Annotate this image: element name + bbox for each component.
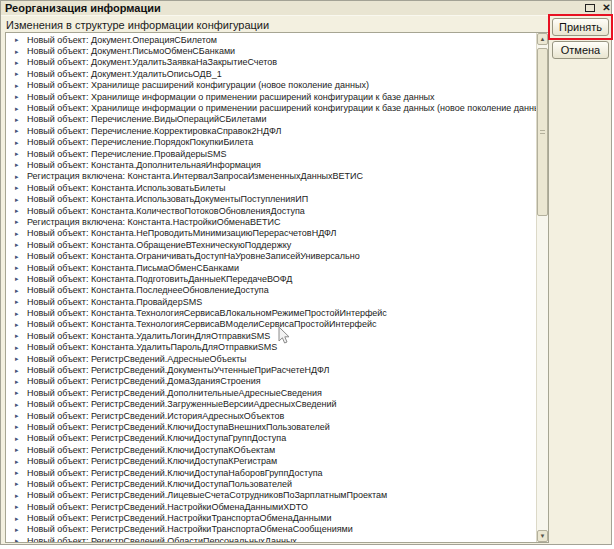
expand-arrow-icon[interactable]: ▸	[15, 218, 24, 225]
expand-arrow-icon[interactable]: ▸	[15, 116, 24, 123]
expand-arrow-icon[interactable]: ▸	[15, 503, 24, 510]
list-item[interactable]: ▸Новый объект: Константа.ПровайдерSMS	[6, 296, 536, 307]
list-item[interactable]: ▸Новый объект: РегистрСведений.КлючиДост…	[6, 467, 536, 478]
expand-arrow-icon[interactable]: ▸	[15, 321, 24, 328]
scroll-down-icon[interactable]: ▼	[537, 530, 548, 542]
expand-arrow-icon[interactable]: ▸	[15, 59, 24, 66]
list-item[interactable]: ▸Новый объект: Перечисление.ПорядокПокуп…	[6, 137, 536, 148]
expand-arrow-icon[interactable]: ▸	[15, 275, 24, 282]
list-item[interactable]: ▸Новый объект: РегистрСведений.АдресныеО…	[6, 353, 536, 364]
list-item[interactable]: ▸Новый объект: Константа.КоличествоПоток…	[6, 205, 536, 216]
list-item[interactable]: ▸Новый объект: Перечисление.ПровайдерыSM…	[6, 148, 536, 159]
list-item[interactable]: ▸Новый объект: Константа.ПисьмаОбменСБан…	[6, 262, 536, 273]
expand-arrow-icon[interactable]: ▸	[15, 515, 24, 522]
list-item[interactable]: ▸Новый объект: РегистрСведений.КлючиДост…	[6, 421, 536, 432]
list-item[interactable]: ▸Новый объект: РегистрСведений.ДомаЗдани…	[6, 376, 536, 387]
list-item[interactable]: ▸Новый объект: РегистрСведений.Документы…	[6, 364, 536, 375]
list-item[interactable]: ▸Новый объект: РегистрСведений.КлючиДост…	[6, 433, 536, 444]
list-item[interactable]: ▸Новый объект: Документ.УдалитьОписьОДВ_…	[6, 68, 536, 79]
expand-arrow-icon[interactable]: ▸	[15, 469, 24, 476]
expand-arrow-icon[interactable]: ▸	[15, 412, 24, 419]
list-item[interactable]: ▸Новый объект: Константа.ДополнительнаяИ…	[6, 159, 536, 170]
expand-arrow-icon[interactable]: ▸	[15, 378, 24, 385]
list-item[interactable]: ▸Новый объект: РегистрСведений.Настройки…	[6, 524, 536, 535]
expand-arrow-icon[interactable]: ▸	[15, 70, 24, 77]
list-item[interactable]: ▸Новый объект: РегистрСведений.ИсторияАд…	[6, 410, 536, 421]
title-bar[interactable]: Реорганизация информации	[1, 1, 611, 16]
list-item[interactable]: ▸Новый объект: Документ.УдалитьЗаявкаНаЗ…	[6, 57, 536, 68]
accept-button[interactable]: Принять	[552, 18, 609, 36]
list-item[interactable]: ▸Новый объект: РегистрСведений.ОбластиПе…	[6, 535, 536, 542]
expand-arrow-icon[interactable]: ▸	[15, 48, 24, 55]
list-item[interactable]: ▸Новый объект: Константа.ИспользоватьБил…	[6, 182, 536, 193]
expand-arrow-icon[interactable]: ▸	[15, 435, 24, 442]
list-item[interactable]: ▸Новый объект: РегистрСведений.КлючиДост…	[6, 444, 536, 455]
list-item[interactable]: ▸Новый объект: Перечисление.ВидыОпераций…	[6, 114, 536, 125]
expand-arrow-icon[interactable]: ▸	[15, 173, 24, 180]
list-item[interactable]: ▸Новый объект: РегистрСведений.КлючиДост…	[6, 478, 536, 489]
list-item[interactable]: ▸Новый объект: Перечисление.Корректировк…	[6, 125, 536, 136]
scroll-up-icon[interactable]: ▲	[537, 33, 548, 45]
list-item[interactable]: ▸Новый объект: Константа.ПодготовитьДанн…	[6, 273, 536, 284]
expand-arrow-icon[interactable]: ▸	[15, 150, 24, 157]
list-item[interactable]: ▸Новый объект: РегистрСведений.Дополните…	[6, 387, 536, 398]
list-item[interactable]: ▸Регистрация включена: Константа.Интерва…	[6, 171, 536, 182]
list-item[interactable]: ▸Новый объект: Документ.ОперацияСБилетом	[6, 34, 536, 45]
expand-arrow-icon[interactable]: ▸	[15, 161, 24, 168]
expand-arrow-icon[interactable]: ▸	[15, 492, 24, 499]
list-item[interactable]: ▸Новый объект: Хранилище расширений конф…	[6, 80, 536, 91]
expand-arrow-icon[interactable]: ▸	[15, 446, 24, 453]
list-item[interactable]: ▸Новый объект: Хранилище информации о пр…	[6, 91, 536, 102]
expand-arrow-icon[interactable]: ▸	[15, 241, 24, 248]
expand-arrow-icon[interactable]: ▸	[15, 332, 24, 339]
expand-arrow-icon[interactable]: ▸	[15, 82, 24, 89]
expand-arrow-icon[interactable]: ▸	[15, 253, 24, 260]
list-item[interactable]: ▸Новый объект: РегистрСведений.Настройки…	[6, 501, 536, 512]
expand-arrow-icon[interactable]: ▸	[15, 526, 24, 533]
list-item[interactable]: ▸Новый объект: Константа.УдалитьЛогинДля…	[6, 330, 536, 341]
list-item[interactable]: ▸Новый объект: РегистрСведений.ЛицевыеСч…	[6, 490, 536, 501]
list-item[interactable]: ▸Новый объект: РегистрСведений.Загруженн…	[6, 399, 536, 410]
expand-arrow-icon[interactable]: ▸	[15, 127, 24, 134]
list-item[interactable]: ▸Новый объект: Константа.НеПроводитьМини…	[6, 228, 536, 239]
list-item[interactable]: ▸Новый объект: Константа.ТехнологияСерви…	[6, 307, 536, 318]
list-item[interactable]: ▸Новый объект: Константа.УдалитьПарольДл…	[6, 342, 536, 353]
list-item[interactable]: ▸Новый объект: Константа.ОграничиватьДос…	[6, 250, 536, 261]
expand-arrow-icon[interactable]: ▸	[15, 537, 24, 542]
expand-arrow-icon[interactable]: ▸	[15, 196, 24, 203]
list-item[interactable]: ▸Новый объект: РегистрСведений.КлючиДост…	[6, 455, 536, 466]
vertical-scrollbar[interactable]: ▲ ▼	[536, 33, 548, 542]
expand-arrow-icon[interactable]: ▸	[15, 401, 24, 408]
list-item[interactable]: ▸Новый объект: РегистрСведений.Настройки…	[6, 512, 536, 523]
list-item[interactable]: ▸Новый объект: Документ.ПисьмоОбменСБанк…	[6, 45, 536, 56]
expand-arrow-icon[interactable]: ▸	[15, 458, 24, 465]
scrollbar-thumb[interactable]	[537, 48, 548, 216]
list-item[interactable]: ▸Новый объект: Константа.ТехнологияСерви…	[6, 319, 536, 330]
expand-arrow-icon[interactable]: ▸	[15, 139, 24, 146]
maximize-icon[interactable]	[585, 4, 595, 12]
expand-arrow-icon[interactable]: ▸	[15, 93, 24, 100]
expand-arrow-icon[interactable]: ▸	[15, 423, 24, 430]
list-item[interactable]: ▸Новый объект: Константа.ИспользоватьДок…	[6, 193, 536, 204]
expand-arrow-icon[interactable]: ▸	[15, 264, 24, 271]
expand-arrow-icon[interactable]: ▸	[15, 230, 24, 237]
expand-arrow-icon[interactable]: ▸	[15, 344, 24, 351]
expand-arrow-icon[interactable]: ▸	[15, 310, 24, 317]
expand-arrow-icon[interactable]: ▸	[15, 207, 24, 214]
list-item[interactable]: ▸Регистрация включена: Константа.Настрой…	[6, 216, 536, 227]
expand-arrow-icon[interactable]: ▸	[15, 367, 24, 374]
expand-arrow-icon[interactable]: ▸	[15, 355, 24, 362]
expand-arrow-icon[interactable]: ▸	[15, 480, 24, 487]
cancel-button[interactable]: Отмена	[552, 41, 609, 59]
expand-arrow-icon[interactable]: ▸	[15, 287, 24, 294]
expand-arrow-icon[interactable]: ▸	[15, 389, 24, 396]
expand-arrow-icon[interactable]: ▸	[15, 184, 24, 191]
scrollbar-track[interactable]	[537, 45, 548, 530]
expand-arrow-icon[interactable]: ▸	[15, 298, 24, 305]
list-item[interactable]: ▸Новый объект: Хранилище информации о пр…	[6, 102, 536, 113]
list-item[interactable]: ▸Новый объект: Константа.ПоследнееОбновл…	[6, 285, 536, 296]
expand-arrow-icon[interactable]: ▸	[15, 36, 24, 43]
list-item[interactable]: ▸Новый объект: Константа.ОбращениеВТехни…	[6, 239, 536, 250]
expand-arrow-icon[interactable]: ▸	[15, 105, 24, 112]
close-icon[interactable]: ✕	[600, 1, 613, 15]
